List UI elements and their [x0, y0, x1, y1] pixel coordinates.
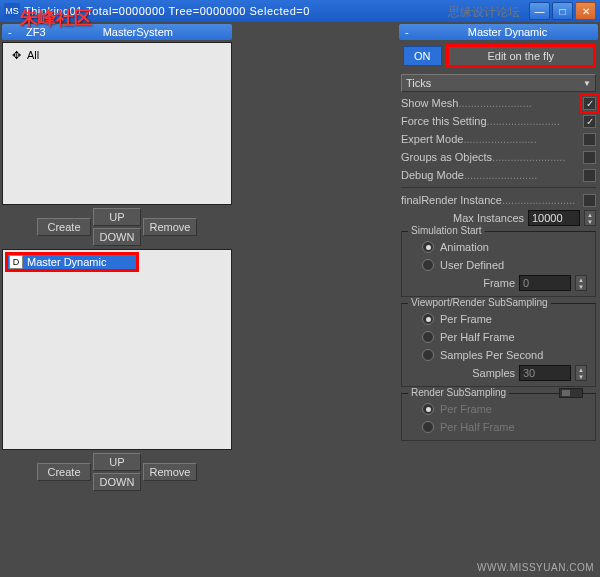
up-button[interactable]: UP: [93, 208, 141, 226]
option-label: Debug Mode: [401, 169, 583, 181]
list-item[interactable]: ✥ All: [7, 47, 227, 63]
final-render-row: finalRender Instance: [399, 191, 598, 209]
option-label: Max Instances: [453, 212, 524, 224]
frame-spinner[interactable]: ▲▼: [575, 275, 587, 291]
expert-mode-checkbox[interactable]: [583, 133, 596, 146]
radio-label: Samples Per Second: [440, 349, 543, 361]
dropdown-value: Ticks: [406, 77, 431, 89]
down-button[interactable]: DOWN: [93, 228, 141, 246]
all-icon: ✥: [9, 48, 23, 62]
r-per-half-radio[interactable]: [422, 421, 434, 433]
render-sub-slider[interactable]: [559, 388, 583, 398]
per-frame-radio[interactable]: [422, 313, 434, 325]
groups-objects-row: Groups as Objects: [399, 148, 598, 166]
max-instances-spinner[interactable]: ▲▼: [584, 210, 596, 226]
master-dynamic-header[interactable]: - Master Dynamic: [399, 24, 598, 40]
r-per-frame-row[interactable]: Per Frame: [408, 400, 589, 418]
frame-row: Frame 0 ▲▼: [408, 274, 589, 292]
user-defined-radio[interactable]: [422, 259, 434, 271]
list-item-label: All: [27, 49, 39, 61]
radio-label: Per Half Frame: [440, 331, 515, 343]
frame-field[interactable]: 0: [519, 275, 571, 291]
zf-prefix: ZF3: [26, 26, 46, 38]
samples-spinner[interactable]: ▲▼: [575, 365, 587, 381]
force-setting-row: Force this Setting: [399, 112, 598, 130]
radio-label: Per Frame: [440, 313, 492, 325]
max-instances-field[interactable]: 10000: [528, 210, 580, 226]
chevron-down-icon: ▼: [583, 79, 591, 88]
dynamic-list[interactable]: D Master Dynamic: [2, 249, 232, 450]
edit-on-fly-button[interactable]: Edit on the fly: [448, 46, 595, 66]
collapse-icon: -: [8, 26, 20, 38]
samples-field[interactable]: 30: [519, 365, 571, 381]
r-per-half-row[interactable]: Per Half Frame: [408, 418, 589, 436]
section-title: Master Dynamic: [423, 26, 592, 38]
final-render-checkbox[interactable]: [583, 194, 596, 207]
master-system-header[interactable]: - ZF3 MasterSystem: [2, 24, 232, 40]
samples-row: Samples 30 ▲▼: [408, 364, 589, 382]
option-label: finalRender Instance: [401, 194, 583, 206]
list-item-master-dynamic[interactable]: D Master Dynamic: [7, 254, 137, 270]
samples-per-second-row[interactable]: Samples Per Second: [408, 346, 589, 364]
option-label: Frame: [483, 277, 515, 289]
option-label: Show Mesh: [401, 97, 583, 109]
show-mesh-row: Show Mesh: [399, 94, 598, 112]
create-button[interactable]: Create: [37, 463, 91, 481]
animation-row[interactable]: Animation: [408, 238, 589, 256]
radio-label: Per Frame: [440, 403, 492, 415]
expert-mode-row: Expert Mode: [399, 130, 598, 148]
groups-objects-checkbox[interactable]: [583, 151, 596, 164]
option-label: Expert Mode: [401, 133, 583, 145]
window-titlebar: MS Thinking01 Total=0000000 Tree=0000000…: [0, 0, 600, 22]
close-button[interactable]: ✕: [575, 2, 596, 20]
window-title: Thinking01 Total=0000000 Tree=0000000 Se…: [24, 5, 529, 17]
simulation-start-frame: Simulation Start Animation User Defined …: [401, 231, 596, 297]
app-icon: MS: [4, 3, 20, 19]
radio-label: User Defined: [440, 259, 504, 271]
per-half-frame-radio[interactable]: [422, 331, 434, 343]
separator: [401, 187, 596, 188]
r-per-frame-radio[interactable]: [422, 403, 434, 415]
frame-title: Render SubSampling: [408, 387, 509, 398]
remove-button[interactable]: Remove: [143, 463, 197, 481]
maximize-button[interactable]: □: [552, 2, 573, 20]
radio-label: Animation: [440, 241, 489, 253]
ticks-dropdown[interactable]: Ticks ▼: [401, 74, 596, 92]
remove-button[interactable]: Remove: [143, 218, 197, 236]
list-item-label: Master Dynamic: [27, 256, 106, 268]
force-setting-checkbox[interactable]: [583, 115, 596, 128]
on-button[interactable]: ON: [403, 46, 442, 66]
master-system-list[interactable]: ✥ All: [2, 42, 232, 205]
frame-title: Viewport/Render SubSampling: [408, 297, 551, 308]
up-button[interactable]: UP: [93, 453, 141, 471]
render-subsampling-frame: Render SubSampling Per Frame Per Half Fr…: [401, 393, 596, 441]
option-label: Force this Setting: [401, 115, 583, 127]
option-label: Samples: [472, 367, 515, 379]
debug-mode-checkbox[interactable]: [583, 169, 596, 182]
per-half-frame-row[interactable]: Per Half Frame: [408, 328, 589, 346]
dynamic-icon: D: [9, 255, 23, 269]
down-button[interactable]: DOWN: [93, 473, 141, 491]
minimize-button[interactable]: —: [529, 2, 550, 20]
show-mesh-checkbox[interactable]: [583, 97, 596, 110]
section-title: MasterSystem: [50, 26, 226, 38]
create-button[interactable]: Create: [37, 218, 91, 236]
animation-radio[interactable]: [422, 241, 434, 253]
frame-title: Simulation Start: [408, 225, 485, 236]
viewport-render-subsampling-frame: Viewport/Render SubSampling Per Frame Pe…: [401, 303, 596, 387]
option-label: Groups as Objects: [401, 151, 583, 163]
samples-per-second-radio[interactable]: [422, 349, 434, 361]
collapse-icon: -: [405, 26, 417, 38]
radio-label: Per Half Frame: [440, 421, 515, 433]
debug-mode-row: Debug Mode: [399, 166, 598, 184]
per-frame-row[interactable]: Per Frame: [408, 310, 589, 328]
user-defined-row[interactable]: User Defined: [408, 256, 589, 274]
